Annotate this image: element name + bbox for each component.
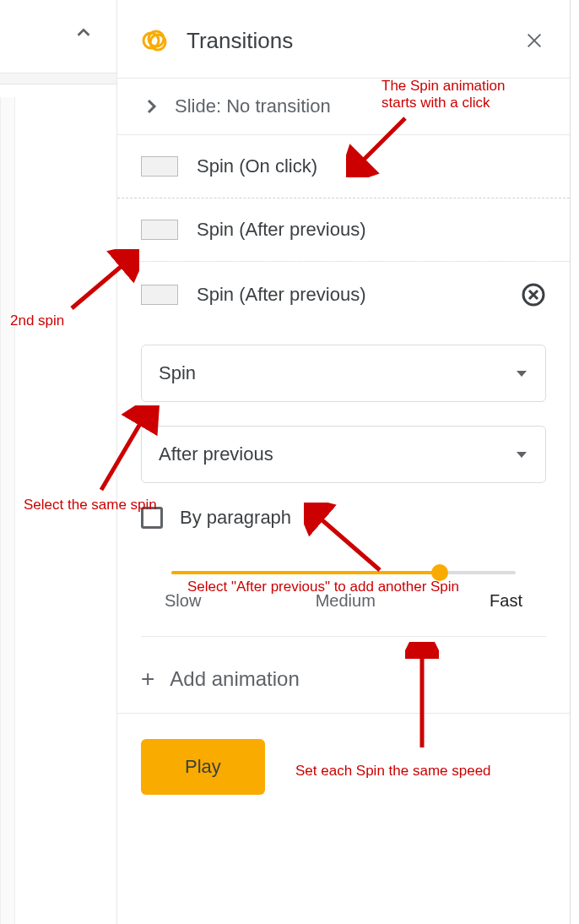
caret-down-icon bbox=[515, 367, 528, 380]
transitions-icon bbox=[141, 27, 168, 54]
animation-label: Spin (After previous) bbox=[197, 284, 521, 306]
animation-thumb bbox=[141, 156, 178, 177]
add-animation-label: Add animation bbox=[170, 667, 299, 691]
slide-transition-row[interactable]: Slide: No transition bbox=[117, 79, 570, 135]
plus-icon: + bbox=[141, 666, 154, 693]
by-paragraph-label: By paragraph bbox=[180, 507, 291, 529]
remove-animation-button[interactable] bbox=[521, 282, 546, 307]
left-toolbar-strip bbox=[0, 73, 116, 84]
speed-fast-label: Fast bbox=[490, 591, 522, 611]
panel-header: Transitions bbox=[117, 0, 570, 79]
animation-thumb bbox=[141, 285, 178, 305]
svg-marker-9 bbox=[517, 452, 527, 458]
animation-label: Spin (On click) bbox=[197, 155, 546, 177]
speed-slider-thumb[interactable] bbox=[431, 564, 448, 581]
speed-slider-fill bbox=[171, 571, 440, 574]
animation-editor: Spin After previous By paragraph Slow Me… bbox=[117, 328, 570, 645]
left-sidebar-strip bbox=[0, 97, 15, 924]
close-button[interactable] bbox=[522, 29, 546, 52]
divider bbox=[141, 636, 546, 637]
animation-thumb bbox=[141, 220, 178, 240]
animation-trigger-select[interactable]: After previous bbox=[141, 426, 546, 483]
collapse-panel-button[interactable] bbox=[72, 21, 95, 45]
slide-transition-label: Slide: No transition bbox=[175, 95, 331, 117]
add-animation-button[interactable]: + Add animation bbox=[117, 645, 570, 714]
speed-medium-label: Medium bbox=[316, 591, 376, 611]
chevron-right-icon bbox=[141, 96, 161, 117]
by-paragraph-row: By paragraph bbox=[141, 507, 546, 529]
animation-label: Spin (After previous) bbox=[197, 219, 546, 241]
transitions-panel: Transitions Slide: No transition Spin (O… bbox=[116, 0, 571, 924]
speed-slow-label: Slow bbox=[165, 591, 201, 611]
svg-marker-8 bbox=[517, 371, 527, 377]
animation-type-value: Spin bbox=[159, 362, 515, 384]
animation-type-select[interactable]: Spin bbox=[141, 345, 546, 402]
animation-row-2[interactable]: Spin (After previous) bbox=[117, 198, 570, 262]
panel-title: Transitions bbox=[187, 28, 522, 54]
animation-row-1[interactable]: Spin (On click) bbox=[117, 135, 570, 198]
animation-trigger-value: After previous bbox=[159, 443, 515, 465]
animation-row-3[interactable]: Spin (After previous) bbox=[117, 262, 570, 328]
by-paragraph-checkbox[interactable] bbox=[141, 507, 163, 529]
speed-labels: Slow Medium Fast bbox=[141, 591, 546, 611]
speed-slider[interactable] bbox=[141, 571, 546, 574]
caret-down-icon bbox=[515, 448, 528, 461]
play-button[interactable]: Play bbox=[141, 739, 265, 795]
